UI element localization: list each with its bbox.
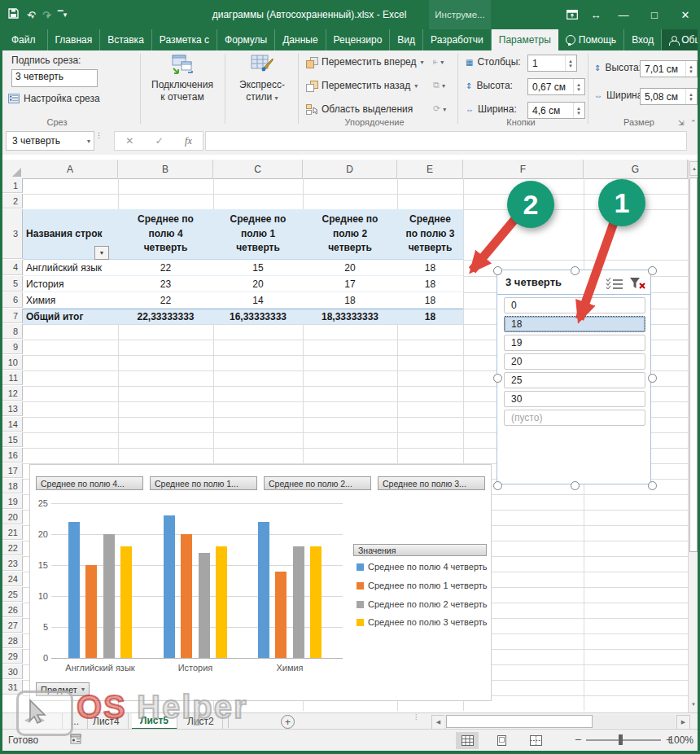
row-header-24[interactable]: 24 xyxy=(2,572,23,586)
cancel-icon[interactable]: ✕ xyxy=(125,135,133,147)
ribbon-tab-13[interactable]: Общий доступ xyxy=(662,29,700,50)
slicer-item-19[interactable]: 19 xyxy=(504,335,645,351)
sheet-tab-Лист5[interactable]: Лист5 xyxy=(132,713,177,730)
ribbon-tab-12[interactable]: Вход xyxy=(624,29,662,50)
row-header-21[interactable]: 21 xyxy=(2,525,23,540)
axis-field-dropdown-icon[interactable]: ▾ xyxy=(81,686,85,693)
slicer-item-25[interactable]: 25 xyxy=(504,372,645,388)
send-backward-button[interactable]: Переместить назад▾ xyxy=(306,80,418,91)
chart-field-button[interactable]: Среднее по полю 1... xyxy=(150,476,257,490)
slicer-resize-handle[interactable] xyxy=(493,266,502,275)
slicer-resize-handle[interactable] xyxy=(648,481,657,490)
ribbon-tab-2[interactable]: Главная xyxy=(48,29,101,50)
slicer-resize-handle[interactable] xyxy=(648,266,657,275)
columns-stepper[interactable]: 1▲▼ xyxy=(527,55,577,72)
chart-field-button[interactable]: Среднее по полю 2... xyxy=(264,476,371,490)
row-header-18[interactable]: 18 xyxy=(2,479,23,493)
insert-function-icon[interactable]: fx xyxy=(185,135,192,147)
size-width-stepper[interactable]: 5,08 см▲▼ xyxy=(640,88,698,105)
ribbon-tab-1[interactable]: Файл xyxy=(0,29,48,50)
pivot-table[interactable]: Названия строкСреднее по полю 4 четверть… xyxy=(23,209,463,324)
row-header-22[interactable]: 22 xyxy=(2,541,23,555)
axis-field-button[interactable]: Предмет▾ xyxy=(36,682,90,696)
ribbon-tab-3[interactable]: Вставка xyxy=(100,29,152,50)
ribbon-tab-4[interactable]: Разметка с xyxy=(152,29,217,50)
slicer-resize-handle[interactable] xyxy=(571,266,580,275)
row-header-8[interactable]: 8 xyxy=(2,324,23,339)
name-box[interactable]: 3 четверть▾ xyxy=(6,131,94,151)
collapse-ribbon-icon[interactable]: ⌃ xyxy=(690,119,697,127)
column-header-C[interactable]: C xyxy=(213,160,303,179)
view-normal-icon[interactable] xyxy=(456,732,479,749)
view-page-layout-icon[interactable] xyxy=(490,732,513,749)
slicer-clear-filter-icon[interactable] xyxy=(628,277,646,289)
slicer-item-20[interactable]: 20 xyxy=(504,353,645,370)
row-header-1[interactable]: 1 xyxy=(2,178,23,193)
sheet-nav-left-icon[interactable]: ◀ xyxy=(24,716,30,724)
column-header-E[interactable]: E xyxy=(397,160,463,179)
row-header-10[interactable]: 10 xyxy=(2,355,23,370)
slicer-caption-input[interactable]: 3 четверть xyxy=(11,69,98,87)
maximize-button[interactable]: □ xyxy=(640,0,669,29)
zoom-out-icon[interactable]: − xyxy=(575,733,581,746)
ribbon-tab-8[interactable]: Вид xyxy=(390,29,423,50)
chart-field-button[interactable]: Среднее по полю 4... xyxy=(36,476,143,490)
row-header-30[interactable]: 30 xyxy=(2,664,23,679)
row-header-25[interactable]: 25 xyxy=(2,587,23,602)
new-sheet-button[interactable]: + xyxy=(281,715,295,729)
align-icon[interactable]: ⫦ ▾ xyxy=(433,56,444,67)
slicer-item-0[interactable]: 0 xyxy=(504,297,645,313)
row-header-23[interactable]: 23 xyxy=(2,556,23,571)
zoom-level[interactable]: 100% xyxy=(668,734,693,746)
view-page-break-icon[interactable] xyxy=(524,732,547,749)
ribbon-tab-6[interactable]: Данные xyxy=(275,29,326,50)
row-header-15[interactable]: 15 xyxy=(2,432,23,447)
report-connections-button[interactable]: Подключения к отчетам xyxy=(147,54,218,103)
row-header-6[interactable]: 6 xyxy=(2,292,23,308)
size-dialog-launcher-icon[interactable]: ⇲ xyxy=(678,119,685,127)
column-header-F[interactable]: F xyxy=(463,160,584,179)
sheet-nav-right-icon[interactable]: ▶ xyxy=(39,716,45,724)
formula-input[interactable] xyxy=(205,131,687,151)
row-header-28[interactable]: 28 xyxy=(2,633,23,648)
slicer-resize-handle[interactable] xyxy=(493,481,502,490)
slicer-settings-button[interactable]: Настройка среза xyxy=(8,93,100,104)
row-header-26[interactable]: 26 xyxy=(2,603,23,617)
row-header-13[interactable]: 13 xyxy=(2,401,23,416)
size-height-stepper[interactable]: 7,01 см▲▼ xyxy=(640,60,698,77)
column-header-G[interactable]: G xyxy=(584,160,688,179)
minimize-button[interactable]: — xyxy=(609,0,638,29)
row-header-9[interactable]: 9 xyxy=(2,340,23,354)
zoom-slider-handle[interactable] xyxy=(619,734,623,745)
row-header-2[interactable]: 2 xyxy=(2,194,23,208)
hscroll-left-icon[interactable]: ◀ xyxy=(431,715,445,730)
ribbon-tab-7[interactable]: Рецензиро xyxy=(326,29,391,50)
scroll-down-icon[interactable]: ▼ xyxy=(689,698,698,711)
pivot-rowlabel-filter-icon[interactable]: ▼ xyxy=(94,246,109,260)
row-header-19[interactable]: 19 xyxy=(2,494,23,509)
slicer-resize-handle[interactable] xyxy=(571,481,580,490)
ribbon-tab-10[interactable]: Параметры xyxy=(492,29,558,50)
row-header-29[interactable]: 29 xyxy=(2,649,23,664)
row-header-4[interactable]: 4 xyxy=(2,260,23,275)
selection-pane-button[interactable]: Область выделения xyxy=(306,103,413,115)
slicer-resize-handle[interactable] xyxy=(648,374,657,383)
vertical-scrollbar[interactable]: ▲ ▼ xyxy=(688,160,698,712)
row-header-5[interactable]: 5 xyxy=(2,276,23,292)
close-button[interactable]: ✕ xyxy=(671,0,700,29)
tab-scroll-splitter[interactable]: ⁞ xyxy=(415,716,418,719)
row-header-27[interactable]: 27 xyxy=(2,618,23,633)
row-header-17[interactable]: 17 xyxy=(2,463,23,478)
ribbon-display-options-icon[interactable] xyxy=(560,0,584,29)
slicer[interactable]: 3 четверть 01819202530(пусто) xyxy=(497,270,651,484)
row-header-31[interactable]: 31 xyxy=(2,680,23,695)
pivot-chart[interactable]: Среднее по полю 4...Среднее по полю 1...… xyxy=(29,464,492,701)
button-height-stepper[interactable]: 0,67 см▲▼ xyxy=(527,78,585,95)
slicer-item-18[interactable]: 18 xyxy=(504,316,645,332)
slicer-resize-handle[interactable] xyxy=(493,374,502,383)
bring-forward-button[interactable]: Переместить вперед▾ xyxy=(306,56,424,68)
contextual-tab-group[interactable]: Инструме... xyxy=(429,0,491,29)
name-box-dropdown-icon[interactable]: ▾ xyxy=(87,138,90,145)
ribbon-tab-11[interactable]: Помощь xyxy=(558,29,624,50)
resize-arrows-icon[interactable]: ↔ xyxy=(584,0,607,29)
